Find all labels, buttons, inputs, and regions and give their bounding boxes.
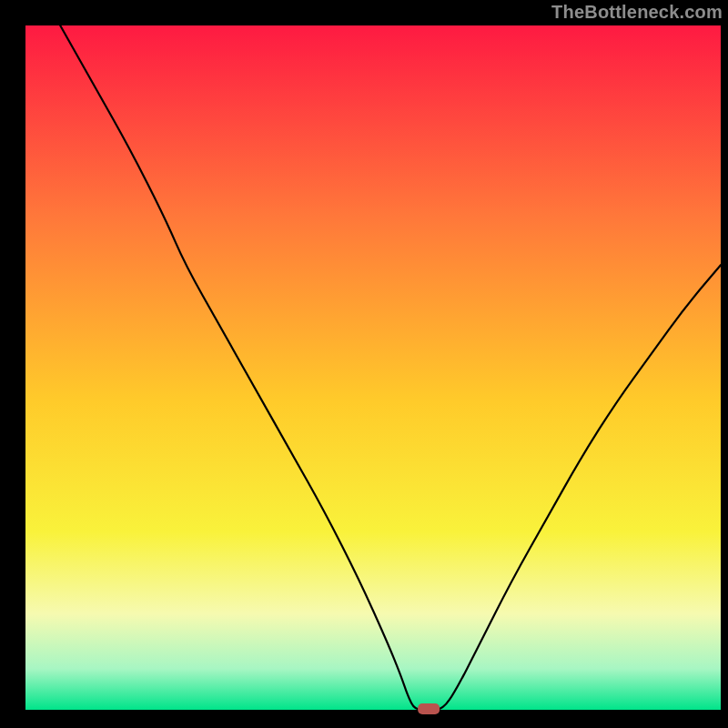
bottleneck-chart <box>0 0 728 728</box>
watermark-text: TheBottleneck.com <box>551 2 723 23</box>
optimal-point-marker <box>418 703 440 714</box>
chart-stage: TheBottleneck.com <box>0 0 728 728</box>
gradient-background <box>25 25 721 710</box>
